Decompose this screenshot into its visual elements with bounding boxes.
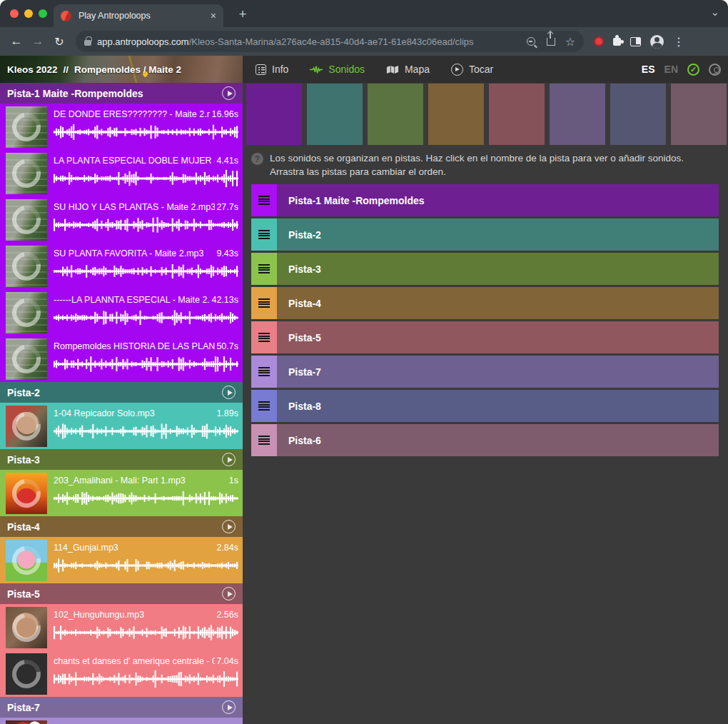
- url-text[interactable]: app.antropoloops.com/Kleos-Santa-Marina/…: [97, 36, 521, 47]
- clip-item[interactable]: SU HIJO Y LAS PLANTAS - Maite 2.mp3 27.7…: [0, 196, 243, 243]
- drag-handle[interactable]: [251, 390, 277, 422]
- waveform[interactable]: [54, 623, 238, 642]
- track-header[interactable]: Pista-5: [0, 583, 243, 604]
- clip-item[interactable]: 203_Amalihani - Mali: Part 1.mp3 1s: [0, 470, 243, 516]
- new-tab-button[interactable]: +: [233, 4, 253, 24]
- side-panel-icon[interactable]: [630, 37, 641, 46]
- clip-item[interactable]: chants et danses d' amerique centrale - …: [0, 650, 243, 697]
- track-header[interactable]: Pista-4: [0, 516, 243, 537]
- tab-mapa-label: Mapa: [405, 64, 430, 75]
- saved-check-icon[interactable]: ✓: [687, 64, 699, 76]
- waveform-icon: [310, 65, 323, 74]
- browser-tab[interactable]: Play Antropoloops ×: [54, 4, 223, 27]
- play-track-button[interactable]: [222, 520, 236, 533]
- clip-item[interactable]: 114_Gunjai.mp3 2.84s: [0, 537, 243, 583]
- clip-item[interactable]: Las castañuelas 3.13s: [0, 718, 243, 724]
- track-header[interactable]: Pista-7: [0, 697, 243, 718]
- profile-avatar[interactable]: [650, 35, 664, 49]
- waveform[interactable]: [54, 262, 238, 281]
- record-extension-icon[interactable]: [594, 36, 604, 46]
- waveform[interactable]: [54, 216, 238, 234]
- breadcrumb[interactable]: Kleos 2022 // Rompemoldes / Maite 2: [7, 56, 181, 83]
- clip-item[interactable]: Rompemoldes HISTORIA DE LAS PLANTAS... 5…: [0, 336, 243, 382]
- tab-search-chevron-icon[interactable]: ⌄: [710, 6, 719, 19]
- breadcrumb-project[interactable]: Kleos 2022: [7, 64, 58, 75]
- color-swatch: [246, 84, 302, 145]
- waveform[interactable]: [54, 308, 238, 327]
- account-icon[interactable]: [709, 64, 721, 76]
- waveform[interactable]: [54, 489, 238, 508]
- track-row-label: Pista-6: [277, 424, 321, 456]
- drag-handle[interactable]: [251, 321, 277, 353]
- track-row-pista-8[interactable]: Pista-8: [251, 390, 719, 422]
- tracks-panel: ? Los sonidos se organizan en pistas. Ha…: [243, 83, 728, 724]
- waveform[interactable]: [54, 169, 238, 188]
- browser-menu-icon[interactable]: ⋮: [673, 35, 684, 49]
- share-icon[interactable]: [547, 38, 555, 46]
- clip-item[interactable]: LA PLANTA ESPECIAL DOBLE MUJER - Mai... …: [0, 150, 243, 196]
- track-row-pista-1[interactable]: Pista-1 Maite -Rompemoldes: [251, 184, 719, 216]
- clip-duration: 9.43s: [216, 248, 238, 258]
- play-track-button[interactable]: [222, 386, 236, 399]
- antropoloops-favicon-icon: [61, 11, 71, 21]
- tab-tocar-label: Tocar: [469, 64, 493, 75]
- tab-sonidos[interactable]: Sonidos: [310, 64, 365, 75]
- play-track-button[interactable]: [222, 700, 236, 714]
- clip-item[interactable]: ------LA PLANNTA ESPECIAL - Maite 2.mp3 …: [0, 289, 243, 336]
- drag-handle[interactable]: [251, 253, 277, 285]
- minimize-window-button[interactable]: [24, 9, 33, 18]
- waveform[interactable]: [54, 670, 238, 688]
- clip-item[interactable]: DE DONDE ERES???????? - Maite 2.mp3 16.9…: [0, 104, 243, 150]
- play-track-button[interactable]: [222, 86, 236, 100]
- tab-info[interactable]: Info: [256, 64, 288, 75]
- close-window-button[interactable]: [10, 9, 19, 18]
- drag-handle[interactable]: [251, 184, 277, 216]
- track-header[interactable]: Pista-2: [0, 382, 243, 403]
- play-track-button[interactable]: [222, 587, 236, 600]
- track-row-pista-7[interactable]: Pista-7: [251, 356, 719, 388]
- loop-ring-icon: [6, 608, 46, 648]
- track-row-pista-5[interactable]: Pista-5: [251, 321, 719, 353]
- track-title: Pista-3: [7, 454, 222, 466]
- grip-lines-icon: [258, 264, 270, 273]
- waveform[interactable]: [54, 355, 238, 373]
- track-row-pista-4[interactable]: Pista-4: [251, 287, 719, 319]
- drag-handle[interactable]: [251, 424, 277, 456]
- clip-item[interactable]: SU PLANTA FAVORITA - Maite 2.mp3 9.43s: [0, 243, 243, 289]
- waveform[interactable]: [54, 556, 238, 575]
- drag-handle[interactable]: [251, 218, 277, 251]
- clip-thumbnail: [6, 153, 47, 194]
- lang-en-button[interactable]: EN: [664, 64, 678, 75]
- browser-window: Play Antropoloops × + ⌄ ← → ↻ app.antrop…: [0, 0, 728, 724]
- bookmark-star-icon[interactable]: ☆: [565, 35, 575, 49]
- help-question-icon: ?: [251, 153, 263, 165]
- track-header[interactable]: Pista-1 Maite -Rompemoldes: [0, 83, 243, 104]
- page-zoom-icon[interactable]: [527, 37, 535, 46]
- track-row-pista-3[interactable]: Pista-3: [251, 253, 719, 285]
- clip-item[interactable]: 102_Hunguhungu.mp3 2.56s: [0, 604, 243, 650]
- waveform[interactable]: [54, 123, 238, 141]
- maximize-window-button[interactable]: [39, 9, 47, 18]
- drag-handle[interactable]: [251, 287, 277, 319]
- drag-handle[interactable]: [251, 356, 277, 388]
- play-track-button[interactable]: [222, 453, 236, 466]
- track-row-pista-2[interactable]: Pista-2: [251, 218, 719, 251]
- lang-es-button[interactable]: ES: [642, 64, 655, 75]
- clip-duration: 2.84s: [216, 543, 238, 553]
- color-swatch: [550, 84, 605, 145]
- track-header[interactable]: Pista-3: [0, 449, 243, 470]
- extensions-puzzle-icon[interactable]: [613, 38, 621, 46]
- clip-item[interactable]: 1-04 Repicador Solo.mp3 1.89s: [0, 403, 243, 449]
- address-bar[interactable]: app.antropoloops.com/Kleos-Santa-Marina/…: [76, 31, 584, 52]
- tab-mapa[interactable]: Mapa: [386, 64, 430, 75]
- track-row-pista-6[interactable]: Pista-6: [251, 424, 719, 456]
- waveform[interactable]: [54, 422, 238, 441]
- forward-button[interactable]: →: [27, 34, 49, 49]
- grip-lines-icon: [258, 436, 270, 445]
- back-button[interactable]: ←: [6, 34, 27, 49]
- reload-button[interactable]: ↻: [49, 35, 70, 49]
- tab-tocar[interactable]: Tocar: [451, 64, 493, 76]
- tab-sonidos-label: Sonidos: [328, 64, 365, 75]
- tab-close-icon[interactable]: ×: [211, 10, 216, 21]
- play-circle-icon: [451, 64, 463, 76]
